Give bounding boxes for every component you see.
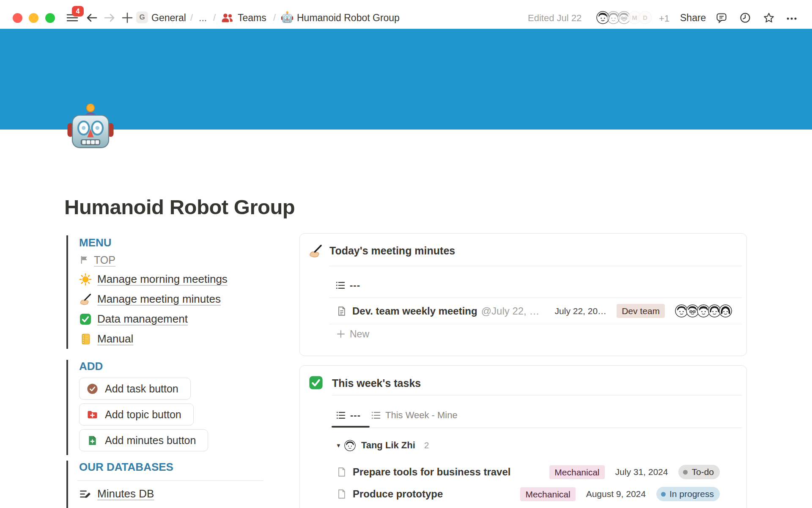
view-tab-this-week-mine[interactable]: This Week - Mine (371, 410, 458, 421)
category-tag: Mechanical (520, 487, 575, 501)
new-row-button[interactable]: New (329, 324, 742, 344)
team-tag: Dev team (617, 304, 665, 318)
history-icon[interactable] (739, 12, 751, 24)
more-options-icon[interactable] (786, 13, 798, 25)
add-section: ADD Add task button Add topic button Add… (66, 360, 265, 455)
view-tabs: --- This Week - Mine (336, 410, 458, 421)
window-zoom-button[interactable] (45, 13, 55, 23)
menu-link-meeting-minutes[interactable]: Manage meeting minutes (79, 289, 265, 309)
menu-link-top[interactable]: TOP (79, 254, 265, 266)
avatar (719, 304, 732, 318)
avatar-initial[interactable]: D (639, 11, 652, 24)
page-icon (336, 467, 347, 478)
meeting-card-title: Today's meeting minutes (329, 245, 455, 257)
notification-badge: 4 (72, 6, 84, 17)
breadcrumb-general[interactable]: General (151, 12, 186, 23)
weekly-tasks-card: This week's tasks --- This Week - Mine ▼… (299, 365, 747, 508)
avatar-overflow-count[interactable]: +1 (659, 13, 669, 24)
robot-page-icon-large[interactable] (66, 102, 115, 152)
menu-link-data-management[interactable]: Data management (79, 309, 265, 329)
meeting-title[interactable]: Dev. team weekly meeting@July 22, … (352, 305, 545, 317)
page-title[interactable]: Humanoid Robot Group (64, 195, 295, 219)
page-cover (0, 29, 812, 130)
writing-hand-icon (79, 293, 92, 306)
share-button[interactable]: Share (680, 12, 706, 24)
meeting-date: July 22, 20… (555, 306, 607, 316)
add-heading: ADD (79, 360, 265, 373)
breadcrumb-collapsed[interactable]: ... (199, 12, 207, 23)
check-icon (79, 313, 92, 326)
divider (332, 395, 742, 395)
toolbar: 4 G General / ... / Teams / Humanoid Rob… (0, 0, 812, 29)
divider (77, 480, 263, 481)
edited-timestamp: Edited Jul 22 (528, 13, 582, 24)
breadcrumb-current-page[interactable]: Humanoid Robot Group (297, 12, 400, 23)
status-dot (683, 470, 688, 475)
add-topic-button[interactable]: Add topic button (79, 403, 194, 425)
check-icon (308, 375, 324, 390)
task-title[interactable]: Prepare tools for business travel (353, 466, 539, 478)
meeting-minutes-card: Today's meeting minutes --- Dev. team we… (299, 233, 747, 356)
group-person-name: Tang Lik Zhi (361, 440, 415, 451)
sun-icon (79, 273, 92, 286)
avatar (344, 440, 356, 451)
add-minutes-button[interactable]: Add minutes button (79, 429, 208, 451)
divider (329, 266, 742, 266)
document-plus-icon (87, 435, 98, 446)
folder-plus-icon (87, 409, 98, 420)
task-row[interactable]: Prepare tools for business travel Mechan… (329, 461, 742, 483)
task-row[interactable]: Produce prototype Mechanical August 9, 2… (329, 483, 742, 505)
status-dot (661, 492, 666, 497)
favorite-star-icon[interactable] (763, 12, 775, 24)
flag-icon (79, 255, 89, 265)
status-badge: In progress (656, 487, 720, 501)
window-minimize-button[interactable] (29, 13, 38, 23)
task-check-icon (87, 383, 98, 395)
attendee-avatars (675, 304, 732, 318)
menu-section: MENU TOP Manage morning meetings Manage … (66, 235, 265, 349)
menu-heading: MENU (79, 236, 265, 249)
view-tab-default[interactable]: --- (335, 280, 360, 291)
new-tab-icon[interactable] (121, 11, 134, 24)
comments-icon[interactable] (716, 12, 727, 24)
date-mention: @July 22, … (481, 305, 540, 317)
ledger-icon (79, 333, 92, 345)
breadcrumb-separator: / (273, 12, 276, 23)
task-date: August 9, 2024 (586, 489, 646, 499)
databases-heading: OUR DATABASES (79, 461, 265, 473)
breadcrumb-separator: / (190, 12, 193, 23)
menu-link-morning-meetings[interactable]: Manage morning meetings (79, 269, 265, 289)
menu-link-manual[interactable]: Manual (79, 329, 265, 349)
add-task-button[interactable]: Add task button (79, 378, 191, 400)
breadcrumb-separator: / (213, 12, 216, 23)
back-arrow-icon[interactable] (85, 11, 98, 24)
group-header-row: ▼ Tang Lik Zhi 2 (329, 437, 742, 454)
writing-hand-icon (308, 244, 323, 258)
list-view-icon (335, 280, 346, 290)
view-tab-default[interactable]: --- (336, 410, 361, 421)
window-close-button[interactable] (13, 13, 22, 23)
notion-window: { "toolbar": { "sidebar_badge": "4", "se… (0, 0, 812, 508)
databases-section: OUR DATABASES Minutes DB (66, 461, 265, 508)
breadcrumb-teams[interactable]: Teams (238, 12, 266, 23)
workspace-badge[interactable]: G (136, 11, 148, 23)
forward-arrow-icon[interactable] (103, 11, 116, 24)
list-view-icon (336, 410, 346, 420)
task-date: July 31, 2024 (615, 467, 668, 477)
category-tag: Mechanical (549, 465, 604, 479)
page-icon (336, 489, 347, 500)
meeting-row[interactable]: Dev. team weekly meeting@July 22, … July… (329, 298, 742, 324)
robot-page-icon (281, 11, 294, 24)
teams-icon (221, 11, 233, 24)
divider (330, 428, 742, 428)
list-view-icon (371, 410, 381, 420)
plus-icon (336, 329, 346, 339)
tasks-card-title: This week's tasks (332, 377, 421, 389)
presence-avatar-stack: M D (596, 11, 652, 24)
task-title[interactable]: Produce prototype (353, 488, 510, 500)
page-icon (336, 306, 347, 317)
group-count: 2 (424, 440, 429, 450)
collapse-caret-icon[interactable]: ▼ (336, 442, 341, 449)
database-link-minutes-db[interactable]: Minutes DB (79, 487, 265, 500)
status-badge: To-do (678, 465, 720, 479)
